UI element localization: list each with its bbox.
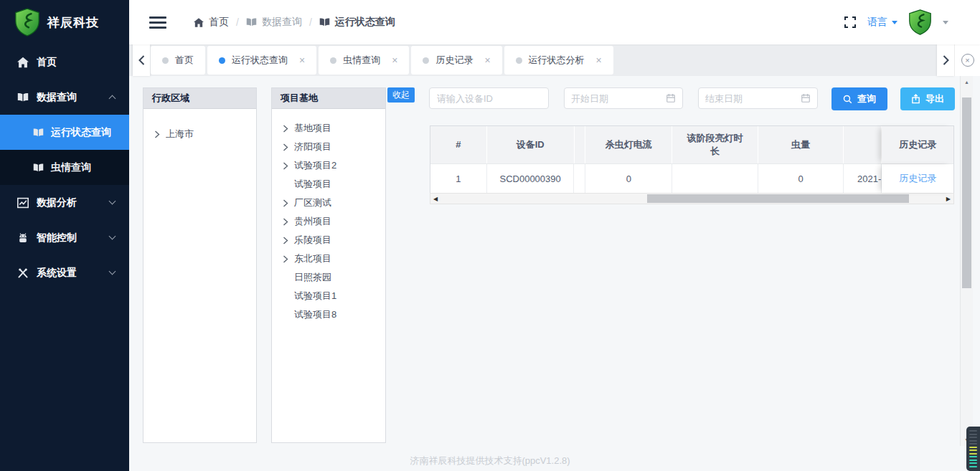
device-id-input[interactable]	[429, 87, 549, 109]
chevron-down-icon	[109, 233, 116, 240]
project-panel-title: 项目基地	[272, 88, 385, 109]
tree-spacer	[283, 274, 288, 282]
tree-item-shanghai[interactable]: 上海市	[154, 123, 256, 145]
table-horizontal-scrollbar[interactable]: ◀ ▶	[430, 193, 954, 204]
export-button[interactable]: 导出	[900, 87, 955, 110]
tree-item[interactable]: 试验项目1	[283, 287, 385, 305]
end-date-input[interactable]	[705, 93, 796, 104]
tree-item[interactable]: 济阳项目	[283, 138, 385, 156]
fullscreen-icon[interactable]	[844, 16, 857, 29]
column-header-date-clipped	[844, 126, 882, 163]
chevron-right-icon[interactable]	[283, 125, 288, 133]
chevron-right-icon[interactable]	[283, 199, 288, 207]
tree-item[interactable]: 东北项目	[283, 249, 385, 268]
sidebar-submenu-data-query: 运行状态查询 虫情查询	[0, 115, 129, 185]
book-icon	[246, 18, 257, 27]
sidebar-item-label: 智能控制	[37, 232, 77, 244]
brand[interactable]: 祥辰科技	[0, 0, 129, 44]
close-icon[interactable]: ×	[299, 54, 305, 66]
chevron-up-icon	[109, 95, 116, 103]
close-icon[interactable]: ×	[392, 54, 397, 66]
chevron-right-icon[interactable]	[283, 143, 288, 151]
cell-device-id: SCD00000390	[487, 164, 575, 193]
book-icon	[33, 163, 44, 173]
close-icon[interactable]: ×	[484, 54, 490, 66]
tree-item[interactable]: 日照茶园	[283, 268, 385, 287]
tab-label: 历史记录	[435, 54, 473, 67]
tree-item[interactable]: 厂区测试	[283, 194, 385, 212]
tab-insect-query[interactable]: 虫情查询 ×	[319, 46, 409, 75]
column-header-clipped	[575, 126, 586, 163]
breadcrumb-separator: /	[309, 16, 312, 28]
sidebar-item-label: 首页	[37, 56, 57, 69]
breadcrumb-home[interactable]: 首页	[194, 16, 229, 29]
sidebar-item-run-status-query[interactable]: 运行状态查询	[0, 115, 129, 150]
scroll-left-arrow-icon[interactable]: ◀	[433, 194, 438, 204]
user-menu-caret-icon[interactable]	[943, 21, 948, 24]
breadcrumb-data-query[interactable]: 数据查询	[246, 16, 302, 29]
horizontal-scrollbar-thumb[interactable]	[647, 194, 909, 203]
breadcrumb-current: 运行状态查询	[319, 16, 395, 29]
tree-item-label: 试验项目	[294, 178, 331, 191]
language-selector[interactable]: 语言	[867, 16, 897, 29]
tree-item[interactable]: 试验项目8	[283, 305, 385, 324]
breadcrumb: 首页 / 数据查询 / 运行状态查询	[194, 16, 395, 29]
tab-label: 运行状态查询	[232, 54, 288, 67]
end-date-field[interactable]	[698, 87, 818, 109]
sidebar-item-home[interactable]: 首页	[0, 44, 129, 80]
chevron-right-icon[interactable]	[283, 255, 288, 263]
vertical-scrollbar-thumb[interactable]	[962, 97, 971, 288]
tab-bar: 首页 运行状态查询 × 虫情查询 × 历史记录 × 运行状态分析 ×	[129, 44, 980, 76]
tree-item-label: 试验项目8	[294, 308, 336, 321]
history-link[interactable]: 历史记录	[882, 164, 953, 193]
tools-icon	[17, 267, 29, 279]
tree-item[interactable]: 乐陵项目	[283, 231, 385, 249]
tab-home[interactable]: 首页	[151, 46, 205, 75]
tree-item[interactable]: 试验项目2	[283, 156, 385, 175]
tab-run-status-query[interactable]: 运行状态查询 ×	[207, 46, 316, 75]
search-button[interactable]: 查询	[831, 87, 887, 110]
column-header-lamp-current: 杀虫灯电流	[585, 126, 672, 163]
cell-light-duration	[672, 164, 758, 193]
start-date-input[interactable]	[571, 93, 661, 104]
chevron-right-icon[interactable]	[154, 130, 160, 138]
start-date-field[interactable]	[564, 87, 683, 109]
sidebar-item-smart-control[interactable]: 智能控制	[0, 220, 129, 255]
tab-dot-icon	[330, 57, 336, 64]
main-content: 行政区域 上海市 项目基地 基地项目 济阳项目	[129, 76, 980, 471]
tab-bar-right: ×	[937, 44, 980, 76]
page-vertical-scrollbar[interactable]: ▲ ▼	[960, 76, 973, 446]
sidebar-item-data-query[interactable]: 数据查询	[0, 80, 129, 115]
scroll-up-arrow-icon[interactable]: ▲	[961, 80, 973, 85]
caret-down-icon	[892, 21, 897, 24]
tree-item[interactable]: 贵州项目	[283, 212, 385, 231]
sidebar-item-system-settings[interactable]: 系统设置	[0, 255, 129, 290]
column-header-history: 历史记录	[882, 126, 953, 163]
tab-history[interactable]: 历史记录 ×	[411, 46, 501, 75]
tree-item-label: 贵州项目	[294, 215, 331, 228]
sidebar: 祥辰科技 首页 数据查询 运行	[0, 0, 129, 471]
tab-run-status-analysis[interactable]: 运行状态分析 ×	[504, 46, 613, 75]
hamburger-menu-icon[interactable]	[149, 14, 166, 32]
tree-item-label: 上海市	[166, 128, 194, 141]
top-navbar: 首页 / 数据查询 / 运行状态查询 语言	[129, 0, 980, 44]
close-all-tabs-button[interactable]: ×	[954, 44, 980, 76]
tree-item-label: 基地项目	[294, 122, 331, 135]
tab-scroll-right-button[interactable]	[937, 44, 954, 76]
sidebar-item-data-analysis[interactable]: 数据分析	[0, 185, 129, 220]
close-icon[interactable]: ×	[596, 54, 602, 66]
avatar[interactable]	[908, 9, 932, 35]
sidebar-item-label: 数据查询	[37, 91, 77, 104]
tab-label: 虫情查询	[343, 54, 380, 67]
chevron-down-icon	[109, 198, 116, 205]
chevron-right-icon[interactable]	[283, 237, 288, 244]
tree-item[interactable]: 试验项目	[283, 175, 385, 194]
chevron-right-icon[interactable]	[283, 218, 288, 226]
tab-scroll-left-button[interactable]	[133, 44, 150, 76]
region-panel: 行政区域 上海市	[143, 87, 257, 443]
collapse-panels-button[interactable]: 收起	[387, 87, 415, 103]
sidebar-item-insect-query[interactable]: 虫情查询	[0, 150, 129, 185]
tree-item[interactable]: 基地项目	[283, 119, 385, 138]
scroll-right-arrow-icon[interactable]: ▶	[946, 194, 951, 204]
chevron-right-icon[interactable]	[283, 162, 288, 170]
